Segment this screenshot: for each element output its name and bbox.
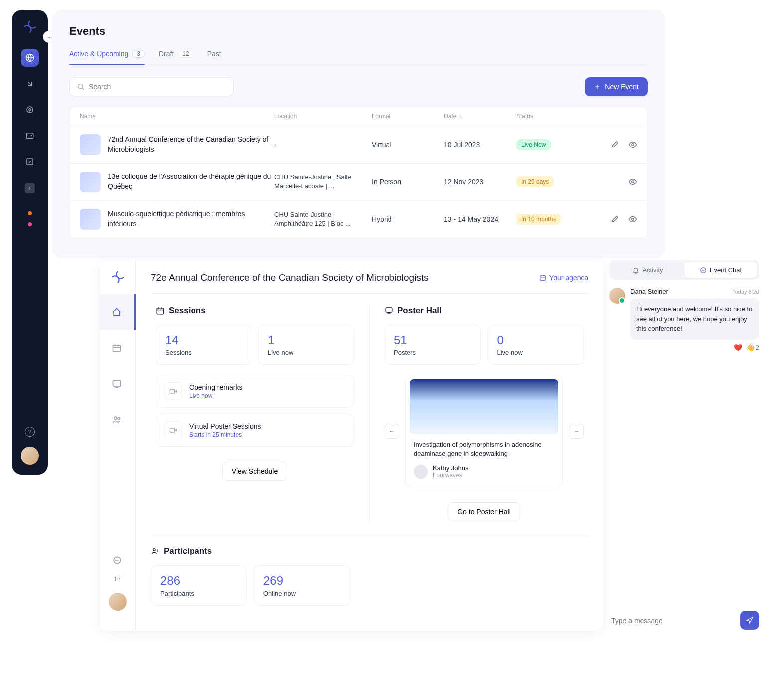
reaction-heart[interactable]: ❤️ (734, 344, 742, 351)
user-avatar[interactable] (21, 447, 39, 465)
new-event-button[interactable]: New Event (585, 77, 648, 96)
events-panel: Events Active & Upcoming 3 Draft 12 Past… (52, 10, 665, 258)
tab-label: Active & Upcoming (69, 50, 128, 58)
nav-item-2[interactable] (21, 75, 39, 93)
col-date[interactable]: Date↓ (444, 113, 516, 120)
stat-online: 269Online now (254, 565, 350, 606)
event-nav-people[interactable] (100, 402, 136, 438)
table-row[interactable]: 13e colloque de l'Association de thérapi… (70, 163, 647, 200)
tab-past[interactable]: Past (207, 50, 221, 65)
svg-rect-9 (113, 380, 121, 386)
app-sidebar: + ? (12, 10, 48, 475)
col-name: Name (80, 113, 274, 120)
send-button[interactable] (740, 611, 759, 630)
tab-label: Draft (159, 50, 174, 58)
edit-icon[interactable] (611, 215, 619, 224)
event-sidebar: Fr (100, 260, 136, 631)
nav-item-4[interactable] (21, 127, 39, 145)
table-row[interactable]: Musculo-squelettique pédiatrique : membr… (70, 200, 647, 238)
calendar-icon (539, 274, 546, 281)
view-schedule-button[interactable]: View Schedule (222, 462, 287, 481)
stat-posters: 51Posters (385, 325, 481, 365)
poster-thumbnail (410, 379, 558, 434)
svg-point-4 (78, 84, 83, 89)
event-thumbnail (80, 172, 101, 192)
msg-author: Dana Steiner (630, 288, 668, 295)
svg-point-10 (114, 417, 117, 419)
events-table: Name Location Format Date↓ Status 72nd A… (69, 106, 648, 238)
msg-avatar[interactable] (609, 288, 625, 304)
session-item[interactable]: Opening remarksLive now (156, 375, 354, 408)
nav-item-5[interactable] (21, 153, 39, 171)
calendar-icon (156, 306, 165, 315)
stat-sessions: 14Sessions (156, 325, 251, 365)
tab-event-chat[interactable]: Event Chat (684, 262, 757, 278)
table-row[interactable]: 72nd Annual Conference of the Canadian S… (70, 126, 647, 163)
event-user-avatar[interactable] (109, 593, 127, 611)
svg-rect-13 (157, 308, 164, 314)
sessions-title: Sessions (156, 306, 354, 316)
session-item[interactable]: Virtual Poster SessionsStarts in 25 minu… (156, 414, 354, 447)
event-nav-poster[interactable] (100, 366, 136, 402)
edit-icon[interactable] (611, 140, 619, 149)
svg-point-7 (632, 218, 634, 221)
nav-add-button[interactable]: + (25, 183, 35, 193)
event-name: 13e colloque de l'Association de thérapi… (108, 172, 274, 191)
carousel-prev-button[interactable]: ← (385, 424, 399, 439)
chat-input[interactable] (609, 611, 735, 631)
col-format: Format (372, 113, 444, 120)
tab-active-upcoming[interactable]: Active & Upcoming 3 (69, 50, 145, 65)
event-nav-chat[interactable] (100, 555, 136, 565)
language-toggle[interactable]: Fr (114, 575, 120, 583)
tab-label: Past (207, 50, 221, 58)
event-format: Virtual (372, 141, 444, 149)
col-status: Status (516, 113, 586, 120)
search-box[interactable] (69, 77, 234, 96)
poster-card[interactable]: Investigation of polymorphisms in adenos… (405, 375, 563, 487)
event-thumbnail (80, 134, 101, 155)
event-thumbnail (80, 209, 101, 230)
tab-draft[interactable]: Draft 12 (159, 50, 194, 65)
poster-hall-button[interactable]: Go to Poster Hall (448, 502, 520, 521)
svg-rect-12 (540, 276, 546, 280)
tab-count: 3 (132, 50, 145, 58)
agenda-link[interactable]: Your agenda (539, 274, 588, 282)
svg-point-11 (118, 417, 120, 419)
event-format: In Person (372, 178, 444, 186)
event-title: 72e Annual Conference of the Canadian So… (151, 272, 429, 283)
event-date: 12 Nov 2023 (444, 178, 516, 186)
event-nav-calendar[interactable] (100, 330, 136, 366)
event-date: 13 - 14 May 2024 (444, 215, 516, 223)
posters-title: Poster Hall (385, 306, 584, 316)
msg-text: Hi everyone and welcome! It's so nice to… (630, 298, 759, 340)
view-icon[interactable] (628, 215, 637, 224)
chat-panel: Activity Event Chat Dana SteinerToday 8:… (609, 260, 759, 631)
chat-icon (700, 267, 707, 274)
nav-events[interactable] (21, 49, 39, 67)
plus-icon (594, 83, 601, 90)
help-icon[interactable]: ? (25, 427, 35, 437)
svg-point-6 (632, 181, 634, 183)
nav-dot-orange[interactable] (28, 211, 32, 215)
author-name: Kathy Johns (433, 464, 469, 472)
video-icon (164, 382, 182, 400)
tab-activity[interactable]: Activity (611, 262, 684, 278)
reaction-wave[interactable]: 👋2 (746, 344, 759, 351)
presentation-icon (385, 306, 393, 315)
search-input[interactable] (89, 83, 226, 91)
video-icon (164, 421, 182, 439)
event-format: Hybrid (372, 215, 444, 223)
event-detail: Fr 72e Annual Conference of the Canadian… (100, 260, 759, 631)
msg-time: Today 8:20 (732, 289, 759, 295)
status-badge: In 10 months (516, 214, 561, 225)
nav-dot-pink[interactable] (28, 222, 32, 226)
carousel-next-button[interactable]: → (569, 424, 584, 439)
view-icon[interactable] (628, 140, 637, 149)
nav-item-3[interactable] (21, 101, 39, 119)
col-location: Location (274, 113, 372, 120)
svg-rect-16 (386, 308, 392, 312)
chat-message: Dana SteinerToday 8:20 Hi everyone and w… (609, 288, 759, 351)
view-icon[interactable] (628, 177, 637, 186)
event-nav-home[interactable] (100, 294, 136, 330)
stat-live: 1Live now (258, 325, 354, 365)
